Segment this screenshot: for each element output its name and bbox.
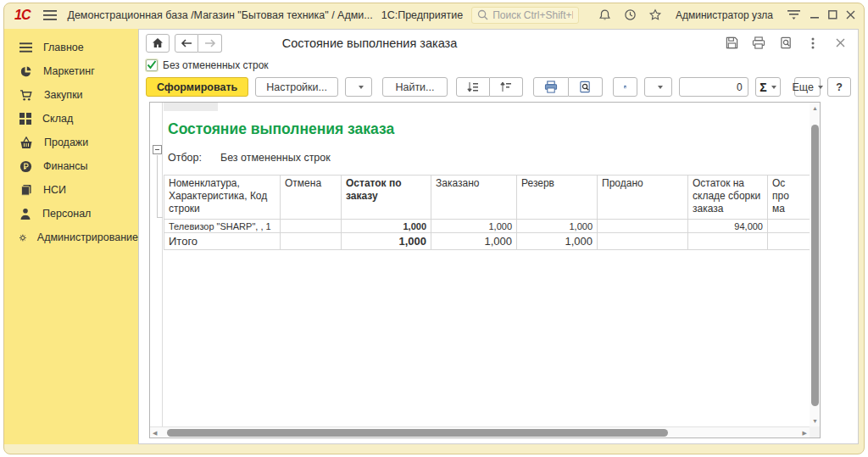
report-spreadsheet: Состояние выполнения заказа Отбор: Без о… <box>149 102 821 438</box>
sidebar-item-label: Маркетинг <box>43 65 95 77</box>
print-preview-icon[interactable] <box>775 34 797 53</box>
cell-reserve[interactable]: 1,000 <box>517 233 598 250</box>
filter-row: Без отмененных строк <box>139 56 858 74</box>
send-email-button[interactable] <box>644 77 671 97</box>
toolbar-save-button[interactable] <box>613 77 638 97</box>
more-actions-button[interactable]: Еще <box>794 77 821 97</box>
col-order-balance: Остаток по заказу <box>342 176 431 220</box>
current-user[interactable]: Администратор узла <box>676 9 773 21</box>
filter-label: Отбор: <box>168 152 202 164</box>
scroll-up-arrow[interactable]: ▲ <box>812 105 818 111</box>
print-preview-icon <box>579 81 592 93</box>
cell-cancel[interactable] <box>281 220 342 233</box>
scrollbar-corner <box>810 426 820 437</box>
forward-button[interactable] <box>198 34 222 53</box>
cell-order-balance[interactable]: 1,000 <box>342 233 431 250</box>
cell-total-label[interactable]: Итого <box>164 233 281 250</box>
grouping-gutter <box>150 103 163 426</box>
sidebar-item-finansy[interactable]: Финансы <box>4 154 138 178</box>
sigma-icon: Σ <box>760 81 766 94</box>
person-icon <box>19 208 31 220</box>
sidebar-item-marketing[interactable]: Маркетинг <box>4 59 138 83</box>
sum-counter-field[interactable] <box>679 77 748 97</box>
report-variants-button[interactable] <box>345 77 372 97</box>
vertical-scroll-thumb[interactable] <box>811 125 819 406</box>
sidebar-item-administrirovanie[interactable]: Администрирование <box>4 226 138 249</box>
cell-assembly-balance[interactable]: 94,000 <box>688 220 768 233</box>
service-menu-icon[interactable] <box>785 7 802 24</box>
basket-icon <box>19 137 33 149</box>
scroll-left-arrow[interactable]: ◀ <box>153 430 157 437</box>
expand-groups-icon <box>467 81 479 92</box>
home-button[interactable] <box>146 34 170 53</box>
sidebar-item-sklad[interactable]: Склад <box>4 107 138 131</box>
report-body: Состояние выполнения заказа Отбор: Без о… <box>164 103 810 426</box>
col-reserve: Резерв <box>517 176 598 220</box>
find-button[interactable]: Найти... <box>382 77 447 97</box>
cell-sold[interactable] <box>598 220 688 233</box>
history-icon[interactable] <box>621 7 638 24</box>
favorites-star-icon[interactable] <box>647 7 664 24</box>
maximize-button[interactable] <box>828 7 837 24</box>
collapse-groups-button[interactable] <box>490 77 523 97</box>
db-title: Демонстрационная база /Магазин "Бытовая … <box>67 9 372 21</box>
back-button[interactable] <box>175 34 198 53</box>
print-icon[interactable] <box>748 34 770 53</box>
horizontal-scrollbar[interactable]: ◀ ▶ <box>150 426 810 437</box>
table-header-row: Номенклатура, Характеристика, Код строки… <box>164 176 810 220</box>
vertical-scrollbar[interactable]: ▲ ▼ <box>810 103 820 426</box>
notifications-bell-icon[interactable] <box>596 7 613 24</box>
close-window-button[interactable] <box>846 7 855 24</box>
frozen-header-strip <box>164 103 218 111</box>
titlebar: 1С Демонстрационная база /Магазин "Бытов… <box>4 3 864 26</box>
group-line-tick <box>157 217 163 218</box>
toolbar-preview-button[interactable] <box>569 77 603 97</box>
menu-lines-icon <box>19 42 32 53</box>
more-menu-icon[interactable] <box>802 34 824 53</box>
scroll-right-arrow[interactable]: ▶ <box>803 430 807 437</box>
help-button[interactable]: ? <box>827 77 851 97</box>
settings-button[interactable]: Настройки... <box>255 77 338 97</box>
cell-order-balance[interactable]: 1,000 <box>342 220 431 233</box>
cell-reserve[interactable]: 1,000 <box>517 220 598 233</box>
global-search[interactable] <box>471 7 579 24</box>
cell-assembly-balance[interactable] <box>688 233 768 250</box>
cell-ordered[interactable]: 1,000 <box>431 233 517 250</box>
cell-clipped[interactable] <box>768 220 810 233</box>
main-menu-icon[interactable] <box>42 7 58 24</box>
sidebar-item-prodazhi[interactable]: Продажи <box>4 131 138 154</box>
scroll-down-arrow[interactable]: ▼ <box>812 418 818 424</box>
sidebar-item-glavnoe[interactable]: Главное <box>4 36 138 59</box>
search-input[interactable] <box>492 9 573 21</box>
cell-nomenclature[interactable]: Телевизор "SHARP", , 1 <box>164 220 281 233</box>
cell-ordered[interactable]: 1,000 <box>431 220 517 233</box>
sidebar-item-nsi[interactable]: НСИ <box>4 178 138 202</box>
save-icon <box>624 81 627 93</box>
no-cancelled-rows-checkbox[interactable] <box>146 59 158 71</box>
minimize-button[interactable] <box>810 7 820 24</box>
autosum-button[interactable]: Σ <box>755 77 782 97</box>
horizontal-scroll-thumb[interactable] <box>167 429 668 437</box>
group-collapse-button[interactable] <box>153 145 162 154</box>
checkbox-label[interactable]: Без отмененных строк <box>163 59 269 71</box>
cell-sold[interactable] <box>598 233 688 250</box>
close-form-icon[interactable] <box>829 34 851 53</box>
sidebar-item-label: Администрирование <box>37 231 138 243</box>
print-icon <box>544 81 558 93</box>
search-icon <box>477 9 488 20</box>
cell-cancel[interactable] <box>281 233 342 250</box>
save-report-icon[interactable] <box>721 34 743 53</box>
toolbar-print-button[interactable] <box>533 77 569 97</box>
cell-clipped[interactable] <box>768 233 810 250</box>
col-clipped: Ос про ма <box>768 176 810 220</box>
sidebar-item-personal[interactable]: Персонал <box>4 202 138 226</box>
sidebar-item-zakupki[interactable]: Закупки <box>4 83 138 107</box>
sidebar-item-label: Персонал <box>42 208 91 220</box>
report-table: Номенклатура, Характеристика, Код строки… <box>164 175 810 250</box>
ruble-circle-icon <box>19 160 32 173</box>
generate-button[interactable]: Сформировать <box>146 77 248 97</box>
expand-groups-button[interactable] <box>456 77 490 97</box>
table-total-row: Итого 1,000 1,000 1,000 <box>164 233 810 250</box>
app-name: 1С:Предприятие <box>381 9 464 21</box>
checkmark-icon <box>147 60 157 70</box>
